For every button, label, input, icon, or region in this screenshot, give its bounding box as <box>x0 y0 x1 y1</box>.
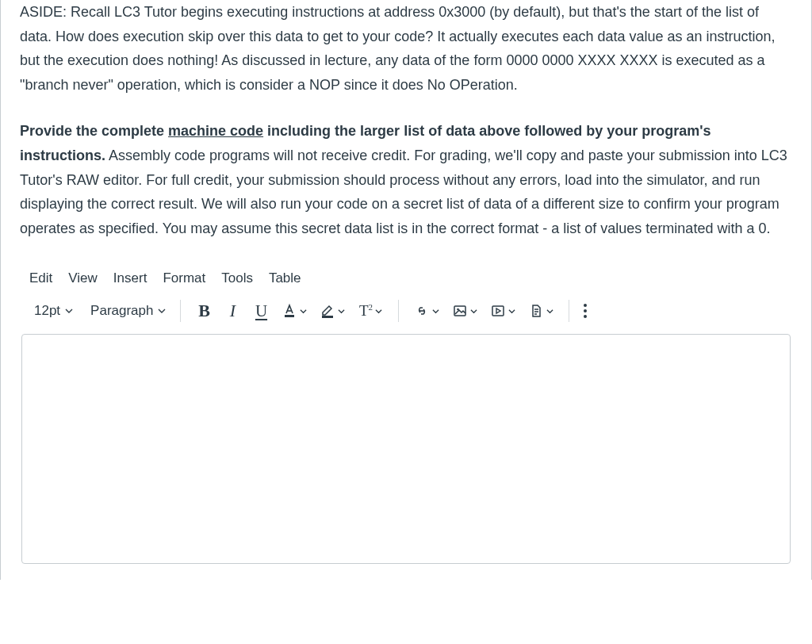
menu-format[interactable]: Format <box>163 270 205 286</box>
editor-content-area[interactable] <box>21 334 791 564</box>
text-color-button[interactable] <box>276 297 312 324</box>
link-icon <box>414 303 430 319</box>
dot-icon <box>584 309 587 312</box>
media-icon <box>490 303 506 319</box>
question-container: ASIDE: Recall LC3 Tutor begins executing… <box>0 0 812 580</box>
document-icon <box>528 303 544 319</box>
insert-link-button[interactable] <box>408 297 445 324</box>
italic-button[interactable]: I <box>219 297 246 324</box>
chevron-down-icon <box>546 308 553 315</box>
toolbar-divider <box>180 300 181 322</box>
svg-rect-1 <box>322 316 333 318</box>
insert-media-button[interactable] <box>485 297 521 324</box>
chevron-down-icon <box>338 308 345 315</box>
menu-tools[interactable]: Tools <box>221 270 253 286</box>
aside-paragraph: ASIDE: Recall LC3 Tutor begins executing… <box>20 0 792 97</box>
menu-view[interactable]: View <box>68 270 98 286</box>
dot-icon <box>584 304 587 307</box>
font-size-select[interactable]: 12pt <box>29 300 78 322</box>
question-body: ASIDE: Recall LC3 Tutor begins executing… <box>20 0 792 240</box>
editor-menubar: Edit View Insert Format Tools Table <box>20 263 792 289</box>
more-options-button[interactable] <box>579 304 592 318</box>
menu-table[interactable]: Table <box>269 270 301 286</box>
chevron-down-icon <box>65 307 73 315</box>
menu-edit[interactable]: Edit <box>29 270 52 286</box>
submit-paragraph: Provide the complete machine code includ… <box>20 119 792 240</box>
underline-button[interactable]: U <box>247 297 274 324</box>
machine-code-underline: machine code <box>168 123 263 139</box>
chevron-down-icon <box>432 308 439 315</box>
svg-rect-4 <box>492 306 504 316</box>
editor-toolbar: 12pt Paragraph B I U <box>20 289 792 334</box>
toolbar-divider <box>569 300 569 322</box>
bold-button[interactable]: B <box>190 297 217 324</box>
highlight-color-button[interactable] <box>314 297 350 324</box>
superscript-icon: T2 <box>359 302 373 320</box>
chevron-down-icon <box>508 308 515 315</box>
chevron-down-icon <box>470 308 477 315</box>
text-color-icon <box>282 303 297 319</box>
highlight-icon <box>320 303 335 319</box>
menu-insert[interactable]: Insert <box>113 270 147 286</box>
toolbar-divider <box>398 300 399 322</box>
insert-image-button[interactable] <box>446 297 483 324</box>
chevron-down-icon <box>158 307 166 315</box>
superscript-button[interactable]: T2 <box>352 297 389 324</box>
image-icon <box>452 303 468 319</box>
chevron-down-icon <box>300 308 307 315</box>
dot-icon <box>584 315 587 318</box>
svg-rect-0 <box>285 315 294 317</box>
insert-document-button[interactable] <box>523 297 559 324</box>
chevron-down-icon <box>375 308 382 315</box>
block-format-select[interactable]: Paragraph <box>86 300 170 322</box>
rich-text-editor: Edit View Insert Format Tools Table 12pt… <box>20 263 792 564</box>
